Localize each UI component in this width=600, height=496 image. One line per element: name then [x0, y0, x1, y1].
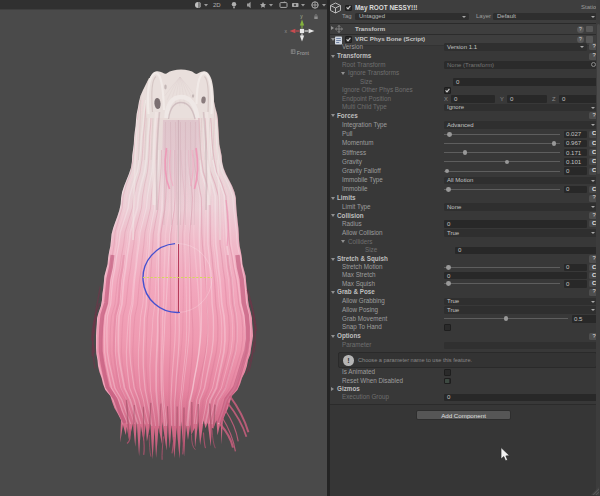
svg-text:Front: Front: [297, 50, 310, 56]
svg-text:x: x: [285, 28, 288, 34]
svg-text:y: y: [300, 13, 303, 19]
